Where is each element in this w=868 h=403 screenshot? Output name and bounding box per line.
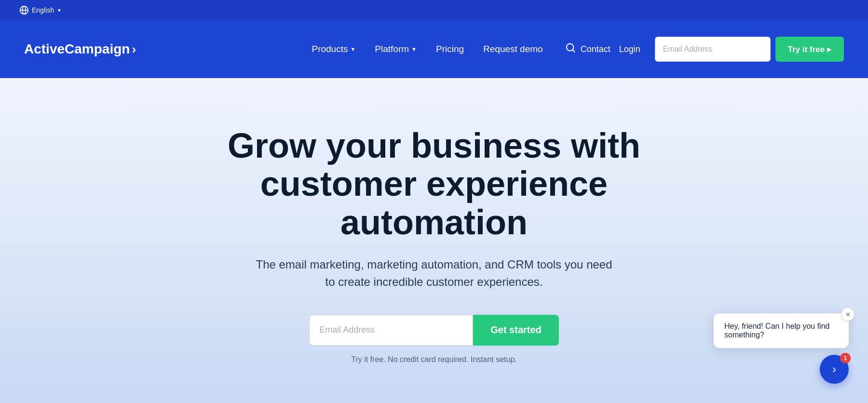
hero-title: Grow your business with customer experie… xyxy=(181,127,687,242)
chat-open-button[interactable]: › 1 xyxy=(820,355,849,384)
chevron-down-icon: ▼ xyxy=(57,8,62,13)
language-selector[interactable]: English ▼ xyxy=(19,5,62,15)
hero-get-started-button[interactable]: Get started xyxy=(473,315,559,346)
chat-widget: ✕ Hey, friend! Can I help you find somet… xyxy=(714,313,849,384)
hero-note: Try it free. No credit card required. In… xyxy=(351,355,517,364)
nav-item-products[interactable]: Products ▼ xyxy=(304,40,363,58)
logo[interactable]: ActiveCampaign› xyxy=(24,41,136,57)
chat-close-button[interactable]: ✕ xyxy=(841,308,854,321)
main-nav: ActiveCampaign› Products ▼ Platform ▼ Pr… xyxy=(0,20,868,78)
chat-bubble: ✕ Hey, friend! Can I help you find somet… xyxy=(714,313,849,348)
hero-subtitle: The email marketing, marketing automatio… xyxy=(251,256,617,291)
search-icon[interactable] xyxy=(565,42,576,56)
nav-item-pricing[interactable]: Pricing xyxy=(428,40,472,58)
logo-arrow: › xyxy=(132,42,136,57)
nav-login-link[interactable]: Login xyxy=(619,44,640,54)
nav-links: Products ▼ Platform ▼ Pricing Request de… xyxy=(304,40,550,58)
nav-email-input[interactable] xyxy=(655,37,771,62)
platform-dropdown-arrow: ▼ xyxy=(411,46,417,52)
nav-contact-link[interactable]: Contact xyxy=(581,44,610,54)
svg-point-3 xyxy=(566,44,573,51)
hero-cta: Get started xyxy=(309,315,559,346)
chat-notification-badge: 1 xyxy=(840,353,851,363)
top-bar: English ▼ xyxy=(0,0,868,20)
nav-item-platform[interactable]: Platform ▼ xyxy=(367,40,424,58)
globe-icon xyxy=(19,5,29,15)
svg-line-4 xyxy=(572,50,575,53)
nav-try-free-button[interactable]: Try it free ▸ xyxy=(775,37,844,62)
chat-bubble-text: Hey, friend! Can I help you find somethi… xyxy=(724,322,830,339)
chat-arrow-icon: › xyxy=(832,363,836,376)
nav-item-request-demo[interactable]: Request demo xyxy=(475,40,551,58)
products-dropdown-arrow: ▼ xyxy=(350,46,355,52)
language-label: English xyxy=(32,6,54,14)
hero-email-input[interactable] xyxy=(309,315,473,346)
